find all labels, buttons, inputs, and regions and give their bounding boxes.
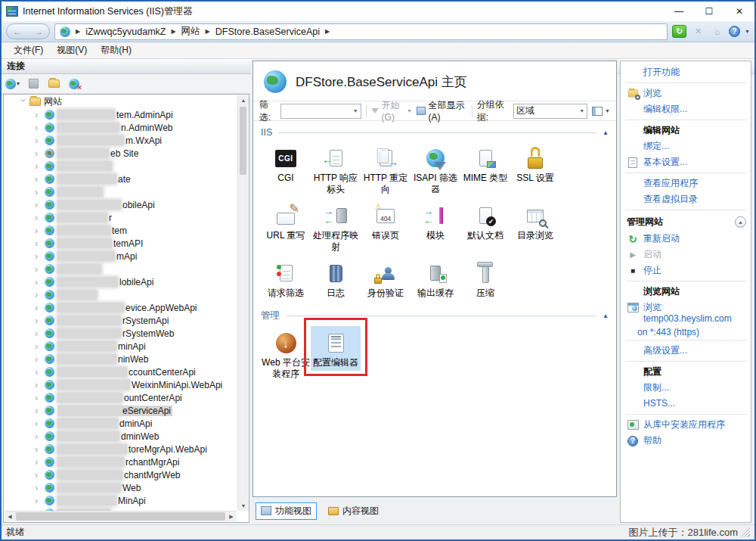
group-by-select[interactable]: 区域▼ (513, 104, 587, 119)
home-icon[interactable]: ⌂ (710, 25, 724, 38)
feature-modules[interactable]: →←模块 (411, 199, 460, 244)
chevron-right-icon[interactable]: › (35, 496, 42, 505)
chevron-right-icon[interactable]: › (35, 342, 42, 351)
action-stop-square-icon[interactable]: ■停止 (621, 263, 751, 278)
maximize-button[interactable]: ☐ (694, 2, 724, 21)
create-connection-icon[interactable]: ▼ (6, 78, 20, 90)
chevron-right-icon[interactable]: › (35, 329, 42, 338)
tab-features-view[interactable]: 功能视图 (256, 502, 317, 520)
chevron-right-icon[interactable]: › (35, 175, 42, 184)
action-link[interactable]: 绑定... (621, 138, 751, 154)
action-restart-icon[interactable]: ↻重新启动 (621, 231, 751, 247)
tree-site-item[interactable]: ›mApi (5, 250, 237, 263)
menu-item-0[interactable]: 文件(F) (8, 42, 49, 58)
tree-site-item[interactable]: ›MinApi (5, 494, 237, 507)
feature-http-redirect[interactable]: →HTTP 重定向 (361, 141, 411, 197)
chevron-right-icon[interactable]: › (35, 162, 42, 171)
tree-site-item[interactable]: ›ate (5, 173, 237, 185)
collapse-circle-icon[interactable]: ▲ (735, 216, 746, 228)
tree-site-item[interactable]: ›minApi (5, 340, 237, 353)
scroll-left-icon[interactable]: ◀ (5, 511, 15, 521)
chevron-right-icon[interactable]: › (35, 291, 42, 300)
chevron-right-icon[interactable]: › (35, 226, 42, 235)
tree-site-item[interactable]: ›m.WxApi (5, 134, 237, 147)
help-dropdown-icon[interactable]: ▼ (745, 29, 750, 34)
scroll-thumb[interactable] (240, 107, 246, 175)
tree-root-websites[interactable]: ›网站 (5, 95, 237, 108)
tree-site-item[interactable]: ›ninWeb (5, 353, 237, 365)
breadcrumb-item-2[interactable]: DFStore.BaseServiceApi (215, 26, 320, 37)
tree-site-item[interactable]: ›ccountCenterApi (5, 365, 237, 378)
tree-site-item[interactable]: ›tem.AdminApi (5, 108, 237, 121)
chevron-right-icon[interactable]: › (35, 316, 42, 325)
action-link[interactable]: 限制... (621, 380, 751, 396)
chevron-right-icon[interactable]: › (35, 213, 42, 222)
feature-logging[interactable]: 日志 (311, 257, 361, 301)
chevron-right-icon[interactable]: › (35, 136, 42, 145)
chevron-right-icon[interactable]: › (35, 393, 42, 403)
chevron-right-icon[interactable]: › (35, 123, 42, 132)
feature-default-document[interactable]: ✔默认文档 (460, 199, 510, 244)
delete-connection-icon[interactable]: ✕ (67, 78, 81, 90)
chevron-right-icon[interactable]: › (35, 278, 42, 287)
up-folder-icon[interactable] (47, 78, 60, 90)
collapse-section-icon[interactable]: ▲ (603, 312, 609, 319)
collapse-section-icon[interactable]: ▲ (603, 129, 609, 136)
feature-ssl-settings[interactable]: SSL 设置 (510, 141, 560, 186)
breadcrumb-item-1[interactable]: 网站 (181, 25, 200, 38)
feature-mime-types[interactable]: MIME 类型 (460, 141, 510, 186)
forward-button[interactable]: → (34, 26, 43, 37)
stop-icon[interactable]: ✕ (691, 25, 705, 38)
breadcrumb[interactable]: ▶iZwwqc5yvudamkZ▶网站▶DFStore.BaseServiceA… (54, 23, 668, 40)
feature-url-rewrite[interactable]: ✎URL 重写 (261, 199, 311, 244)
refresh-icon[interactable]: ↻ (672, 25, 686, 38)
tree-horizontal-scrollbar[interactable]: ◀ ▶ (5, 511, 237, 521)
chevron-right-icon[interactable]: › (35, 188, 42, 197)
feature-error-pages[interactable]: 404⚠错误页 (361, 199, 411, 244)
tree-site-item[interactable]: ›eServiceApi (5, 404, 237, 417)
action-gallery-icon[interactable]: 从库中安装应用程序 (621, 417, 751, 433)
chevron-right-icon[interactable]: › (35, 303, 42, 312)
feature-authentication[interactable]: 身份验证 (361, 257, 411, 301)
action-basic-settings-icon[interactable]: 基本设置... (621, 154, 751, 170)
chevron-right-icon[interactable]: › (35, 458, 42, 467)
action-browse-icon[interactable]: 浏览 (621, 86, 751, 101)
go-button[interactable]: 开始(G)▼ (371, 99, 412, 123)
save-connections-icon[interactable] (26, 78, 40, 90)
show-all-button[interactable]: 全部显示(A) (417, 99, 467, 123)
chevron-right-icon[interactable]: › (35, 432, 42, 441)
tree-site-item[interactable]: ›dminWeb (5, 430, 237, 443)
action-link[interactable]: HSTS... (621, 396, 751, 412)
chevron-right-icon[interactable]: › (35, 110, 42, 120)
chevron-right-icon[interactable]: › (35, 406, 42, 415)
tree-site-item[interactable]: › (5, 185, 237, 198)
tree-site-item[interactable]: ›rSystemWeb (5, 327, 237, 340)
action-link[interactable]: 编辑权限... (621, 101, 751, 117)
help-icon[interactable]: ? (729, 26, 740, 37)
tree-site-item[interactable]: ›toreMgrApi.WebApi (5, 443, 237, 455)
chevron-right-icon[interactable]: › (35, 201, 42, 210)
tree-site-item[interactable]: ›eb Site (5, 147, 237, 160)
chevron-expanded-icon[interactable]: › (19, 98, 28, 105)
tab-content-view[interactable]: 内容视图 (323, 502, 384, 520)
tree-site-item[interactable]: › (5, 160, 237, 173)
chevron-right-icon[interactable]: › (35, 265, 42, 274)
menu-item-2[interactable]: 帮助(H) (94, 42, 138, 58)
breadcrumb-item-0[interactable]: iZwwqc5yvudamkZ (85, 26, 166, 37)
chevron-right-icon[interactable]: › (35, 445, 42, 454)
feature-webpi[interactable]: ↓Web 平台安装程序 (261, 326, 311, 382)
back-button[interactable]: ← (13, 26, 22, 37)
close-button[interactable]: ✕ (724, 2, 754, 21)
tree-site-item[interactable]: ›dminApi (5, 417, 237, 430)
chevron-right-icon[interactable]: › (35, 381, 42, 390)
view-mode-button[interactable]: ▼ (592, 107, 610, 116)
filter-input[interactable]: ▼ (280, 104, 361, 119)
tree-site-item[interactable]: ›lobileApi (5, 275, 237, 288)
tree-site-item[interactable]: ›r (5, 211, 237, 224)
action-link[interactable]: 查看虚拟目录 (621, 191, 751, 207)
scroll-thumb-h[interactable] (16, 512, 225, 521)
chevron-right-icon[interactable]: › (35, 471, 42, 480)
feature-compression[interactable]: 压缩 (460, 257, 510, 301)
chevron-right-icon[interactable]: › (35, 239, 42, 248)
menu-item-1[interactable]: 视图(V) (51, 42, 93, 58)
